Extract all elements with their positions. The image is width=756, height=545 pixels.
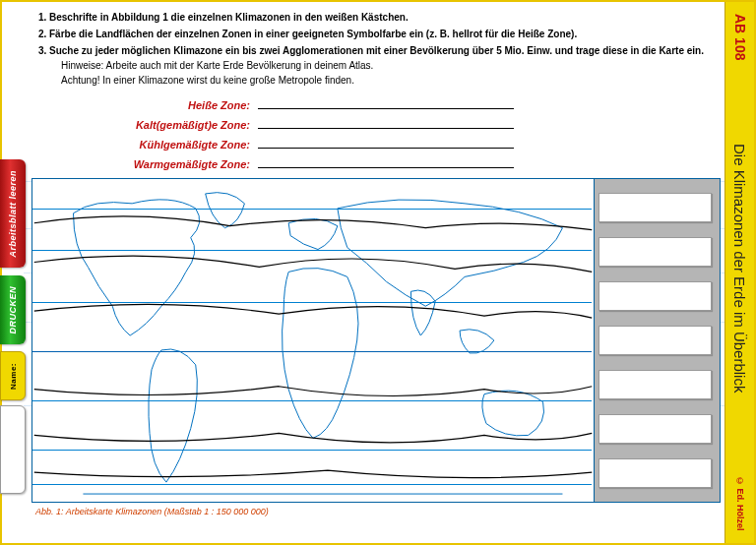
zone-label-box[interactable] bbox=[598, 458, 712, 488]
worksheet-title: Die Klimazonen der Erde im Überblick bbox=[731, 70, 748, 466]
instruction-list: Beschrifte in Abbildung 1 die einzelnen … bbox=[32, 10, 721, 88]
instruction-3-hint2: Achtung! In einer Klimazone wirst du kei… bbox=[61, 73, 721, 88]
zone-label-hot: Heiße Zone: bbox=[110, 99, 258, 111]
clear-worksheet-label: Arbeitsblatt leeren bbox=[8, 170, 18, 258]
main-content: Beschrifte in Abbildung 1 die einzelnen … bbox=[32, 10, 721, 535]
zone-label-box[interactable] bbox=[598, 326, 712, 355]
map-caption: Abb. 1: Arbeitskarte Klimazonen (Maßstab… bbox=[35, 507, 721, 516]
name-caption: Name: bbox=[9, 363, 18, 390]
zone-row-cold: Kalt(gemäßigt)e Zone: bbox=[110, 117, 721, 131]
zone-input-cool[interactable] bbox=[258, 137, 514, 149]
instruction-3-text: Suche zu jeder möglichen Klimazone ein b… bbox=[49, 45, 704, 56]
zone-label-warm: Warmgemäßigte Zone: bbox=[110, 158, 258, 170]
zone-row-hot: Heiße Zone: bbox=[110, 97, 721, 111]
zone-label-box[interactable] bbox=[598, 414, 712, 444]
zone-label-box[interactable] bbox=[598, 237, 712, 267]
instruction-3-hint1: Hinweise: Arbeite auch mit der Karte Erd… bbox=[61, 58, 721, 73]
name-label-tab: Name: bbox=[0, 351, 26, 400]
zone-row-warm: Warmgemäßigte Zone: bbox=[110, 156, 721, 170]
publisher-credit: © Ed. Hölzel bbox=[735, 476, 745, 531]
right-title-panel: AB 108 Die Klimazonen der Erde im Überbl… bbox=[724, 2, 754, 543]
instruction-3: Suche zu jeder möglichen Klimazone ein b… bbox=[49, 43, 721, 88]
instruction-2: Färbe die Landflächen der einzelnen Zone… bbox=[49, 27, 721, 41]
zone-input-hot[interactable] bbox=[258, 97, 514, 109]
zone-row-cool: Kühlgemäßigte Zone: bbox=[110, 137, 721, 151]
zone-label-cold: Kalt(gemäßigt)e Zone: bbox=[110, 119, 258, 131]
left-tab-strip: Arbeitsblatt leeren DRUCKEN Name: bbox=[0, 159, 28, 454]
zone-label-boxes bbox=[598, 193, 712, 488]
zone-label-box[interactable] bbox=[598, 370, 712, 399]
print-button[interactable]: DRUCKEN bbox=[0, 275, 26, 344]
zone-input-warm[interactable] bbox=[258, 156, 514, 168]
print-label: DRUCKEN bbox=[8, 286, 18, 334]
worksheet-code: AB 108 bbox=[732, 14, 748, 60]
zone-label-cool: Kühlgemäßigte Zone: bbox=[110, 139, 258, 151]
zone-label-box[interactable] bbox=[598, 193, 712, 222]
name-input-tab[interactable] bbox=[0, 405, 26, 494]
zone-input-list: Heiße Zone: Kalt(gemäßigt)e Zone: Kühlge… bbox=[110, 97, 721, 170]
clear-worksheet-button[interactable]: Arbeitsblatt leeren bbox=[0, 159, 26, 268]
instruction-1: Beschrifte in Abbildung 1 die einzelnen … bbox=[49, 10, 721, 25]
world-map-svg[interactable] bbox=[32, 179, 594, 502]
world-map-panel bbox=[32, 178, 721, 503]
zone-label-box[interactable] bbox=[598, 281, 712, 311]
publisher-text: © Ed. Hölzel bbox=[735, 476, 745, 531]
worksheet-page: Arbeitsblatt leeren DRUCKEN Name: AB 108… bbox=[0, 0, 756, 545]
zone-input-cold[interactable] bbox=[258, 117, 514, 129]
